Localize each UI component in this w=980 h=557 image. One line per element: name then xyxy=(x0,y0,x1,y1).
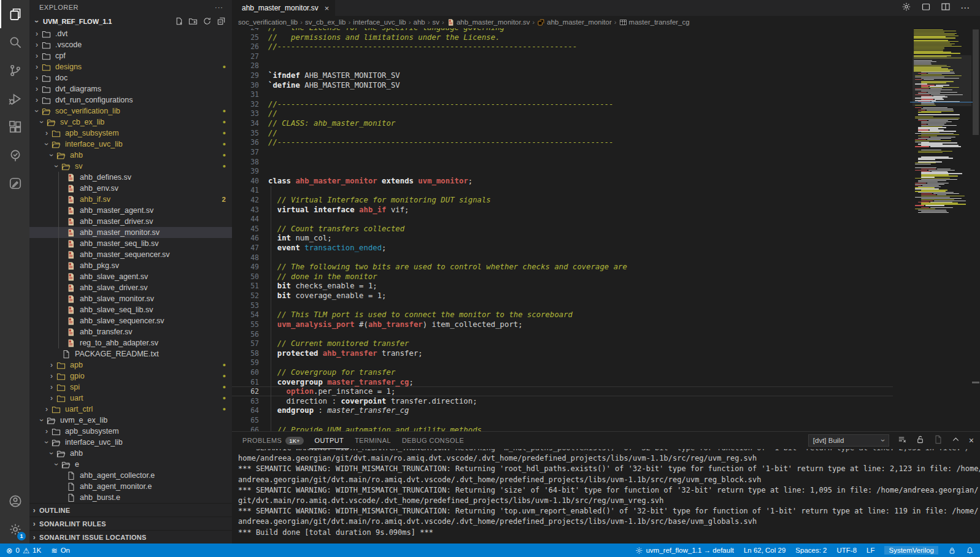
code-line-62[interactable]: 62 option.per_instance = 1; xyxy=(232,386,893,396)
notifications[interactable] xyxy=(966,547,974,555)
breadcrumb-item[interactable]: master_transfer_cg xyxy=(619,18,690,26)
breadcrumb-item[interactable]: interface_uvc_lib xyxy=(353,18,406,26)
explorer-icon[interactable] xyxy=(0,0,29,28)
code-line-38[interactable]: 38 xyxy=(232,157,893,167)
code-line-50[interactable]: 50 // done in the monitor xyxy=(232,272,893,282)
tree-item-dvt-run-configurations[interactable]: ›dvt_run_configurations xyxy=(29,94,232,106)
sonarlint-status[interactable]: ≋On xyxy=(51,546,70,555)
clear-output-icon[interactable] xyxy=(898,435,907,447)
sidebar-more-actions-icon[interactable]: ··· xyxy=(215,4,223,11)
tree-item-ahb-slave-sequencer-sv[interactable]: ahb_slave_sequencer.sv xyxy=(29,315,232,326)
gear-icon[interactable] xyxy=(901,2,911,14)
code-line-47[interactable]: 47 event transaction_ended; xyxy=(232,243,893,253)
panel-tab-output[interactable]: OUTPUT xyxy=(309,432,350,449)
section-sonarlint-issue-locations[interactable]: ›SONARLINT ISSUE LOCATIONS xyxy=(29,530,232,544)
tree-item-ahb-defines-sv[interactable]: ahb_defines.sv xyxy=(29,172,232,183)
build-config[interactable]: uvm_ref_flow_1.1 → default xyxy=(635,547,734,555)
code-line-51[interactable]: 51 bit checks_enable = 1; xyxy=(232,281,893,291)
code-line-33[interactable]: 33// xyxy=(232,109,893,118)
code-line-27[interactable]: 27 xyxy=(232,52,893,61)
panel-tab-debug-console[interactable]: DEBUG CONSOLE xyxy=(396,432,469,449)
scrollbar-thumb[interactable] xyxy=(973,29,979,135)
tree-item-apb-subsystem[interactable]: ›apb_subsystem• xyxy=(29,128,232,139)
code-line-43[interactable]: 43 virtual interface ahb_if vif; xyxy=(232,205,893,215)
code-line-30[interactable]: 30`define AHB_MASTER_MONITOR_SV xyxy=(232,80,893,90)
code-line-36[interactable]: 36//------------------------------------… xyxy=(232,137,893,147)
tree-item-dvt-diagrams[interactable]: ›dvt_diagrams xyxy=(29,83,232,94)
tree-item-interface-uvc-lib[interactable]: ›interface_uvc_lib• xyxy=(29,139,232,150)
open-output-in-editor-icon[interactable] xyxy=(933,435,943,447)
code-line-56[interactable]: 56 xyxy=(232,329,893,339)
tree-item-ahb-env-sv[interactable]: ahb_env.sv xyxy=(29,183,232,194)
code-line-49[interactable]: 49 // The following two bits are used to… xyxy=(232,262,893,272)
code-line-61[interactable]: 61 covergroup master_transfer_cg; xyxy=(232,377,893,387)
breadcrumb-item[interactable]: ahb xyxy=(414,18,425,26)
tree-item--vscode[interactable]: ›.vscode xyxy=(29,39,232,50)
code-line-45[interactable]: 45 // Count transfers collected xyxy=(232,224,893,234)
tree-item-ahb-burst-e[interactable]: ahb_burst.e xyxy=(29,492,232,503)
code-line-44[interactable]: 44 xyxy=(232,214,893,224)
run-debug-icon[interactable] xyxy=(0,85,29,113)
refresh-icon[interactable] xyxy=(203,17,212,27)
unlock-icon[interactable] xyxy=(916,435,925,447)
code-line-53[interactable]: 53 xyxy=(232,301,893,310)
tree-item-interface-uvc-lib[interactable]: ›interface_uvc_lib xyxy=(29,437,232,448)
tree-item-package-readme-txt[interactable]: PACKAGE_README.txt xyxy=(29,348,232,359)
code-line-52[interactable]: 52 bit coverage_enable = 1; xyxy=(232,291,893,301)
code-line-60[interactable]: 60 // Covergroup for transfer xyxy=(232,367,893,377)
tree-item-designs[interactable]: ›designs• xyxy=(29,61,232,72)
breadcrumb-item[interactable]: sv xyxy=(433,18,440,26)
tree-item-ahb-agent-monitor-e[interactable]: ahb_agent_monitor.e xyxy=(29,481,232,492)
code-line-63[interactable]: 63 direction : coverpoint transfer.direc… xyxy=(232,396,893,406)
layout-icon[interactable] xyxy=(921,2,931,14)
minimap[interactable] xyxy=(912,28,971,431)
code-line-46[interactable]: 46 int num_col; xyxy=(232,233,893,243)
accounts-icon[interactable] xyxy=(0,487,29,515)
tree-item-uvm-e-ex-lib[interactable]: ›uvm_e_ex_lib xyxy=(29,415,232,426)
code-line-39[interactable]: 39 xyxy=(232,166,893,176)
code-line-25[interactable]: 25// permissions and limitations under t… xyxy=(232,33,893,42)
panel-tab-terminal[interactable]: TERMINAL xyxy=(349,432,396,449)
code-line-54[interactable]: 54 // This TLM port is used to connect t… xyxy=(232,310,893,320)
tree-item-uart[interactable]: ›uart• xyxy=(29,393,232,404)
maximize-panel-icon[interactable] xyxy=(951,435,960,447)
tree-item-reg-to-ahb-adapter-sv[interactable]: reg_to_ahb_adapter.sv xyxy=(29,337,232,348)
section-outline[interactable]: ›OUTLINE xyxy=(29,503,232,517)
tab-ahb-master-monitor[interactable]: ahb_master_monitor.sv × xyxy=(232,0,336,16)
code-line-29[interactable]: 29`ifndef AHB_MASTER_MONITOR_SV xyxy=(232,71,893,80)
indentation[interactable]: Spaces: 2 xyxy=(795,547,827,554)
code-line-35[interactable]: 35// xyxy=(232,128,893,138)
code-line-41[interactable]: 41 xyxy=(232,185,893,195)
breadcrumb-item[interactable]: ahb_master_monitor xyxy=(537,18,611,26)
tree-item-e[interactable]: ›e xyxy=(29,459,232,470)
panel-tab-problems[interactable]: PROBLEMS1K+ xyxy=(237,432,309,449)
tree-item-ahb-pkg-sv[interactable]: ahb_pkg.sv xyxy=(29,260,232,271)
code-line-26[interactable]: 26//------------------------------------… xyxy=(232,42,893,52)
code-line-32[interactable]: 32//------------------------------------… xyxy=(232,99,893,109)
breadcrumb-item[interactable]: sv_cb_ex_lib xyxy=(305,18,345,26)
code-line-31[interactable]: 31 xyxy=(232,90,893,99)
tree-item-apb-subsystem[interactable]: ›apb_subsystem xyxy=(29,426,232,437)
code-line-28[interactable]: 28 xyxy=(232,61,893,71)
search-icon[interactable] xyxy=(0,28,29,56)
code-line-34[interactable]: 34// CLASS: ahb_master_monitor xyxy=(232,118,893,128)
tree-item-ahb-slave-driver-sv[interactable]: ahb_slave_driver.sv xyxy=(29,282,232,293)
source-control-icon[interactable] xyxy=(0,56,29,85)
tree-item-ahb-slave-agent-sv[interactable]: ahb_slave_agent.sv xyxy=(29,271,232,282)
collapse-all-icon[interactable] xyxy=(217,17,226,27)
tree-item-ahb-if-sv[interactable]: ahb_if.sv2 xyxy=(29,194,232,205)
tree-item-ahb-agent-collector-e[interactable]: ahb_agent_collector.e xyxy=(29,470,232,481)
extensions-icon[interactable] xyxy=(0,113,29,141)
code-line-42[interactable]: 42 // Virtual Interface for monitoring D… xyxy=(232,195,893,205)
new-file-icon[interactable] xyxy=(174,17,183,27)
tree-item-spi[interactable]: ›spi• xyxy=(29,382,232,393)
tree-item-soc-verification-lib[interactable]: ›soc_verification_lib• xyxy=(29,106,232,117)
dvt-tools-icon[interactable] xyxy=(0,169,29,198)
code-line-40[interactable]: 40class ahb_master_monitor extends uvm_m… xyxy=(232,176,893,186)
tree-item-cpf[interactable]: ›cpf xyxy=(29,50,232,61)
code-line-37[interactable]: 37 xyxy=(232,147,893,157)
tree-item-ahb-slave-monitor-sv[interactable]: ahb_slave_monitor.sv xyxy=(29,293,232,304)
editor-scrollbar[interactable] xyxy=(971,28,980,431)
tree-item-ahb-master-sequencer-sv[interactable]: ahb_master_sequencer.sv xyxy=(29,249,232,260)
language-mode[interactable]: SystemVerilog xyxy=(884,546,938,555)
